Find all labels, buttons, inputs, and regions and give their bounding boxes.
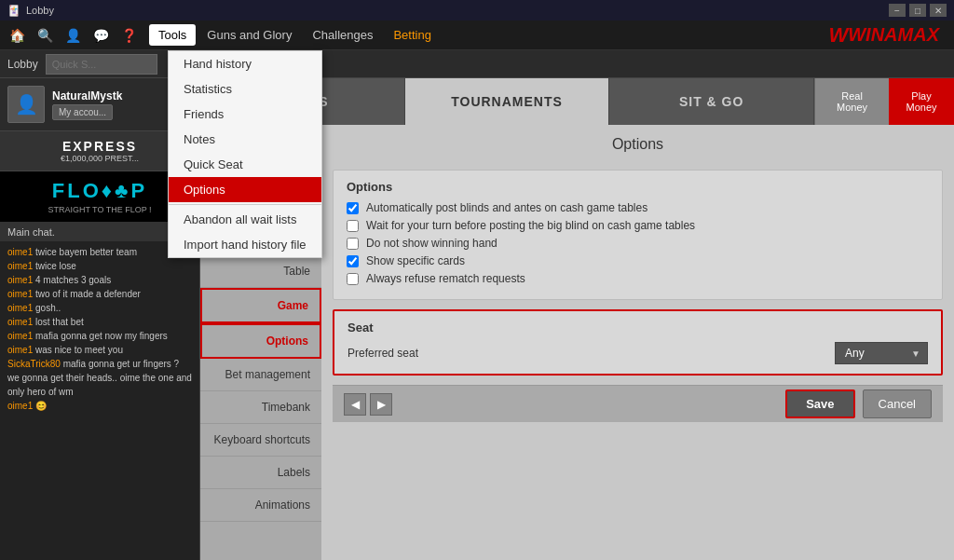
dropdown-item-hand-history[interactable]: Hand history [169,51,321,76]
checkbox-show-specific-cards[interactable] [347,255,359,267]
list-item: oime1 😊 [7,399,192,413]
seat-row: Preferred seat Any 1 2 3 4 5 6 7 [348,342,928,364]
flop-subtitle: STRAIGHT TO THE FLOP ! [7,205,192,214]
tab-sitgo[interactable]: SIT & GO [609,78,814,125]
menu-guns-and-glory[interactable]: Guns and Glory [198,24,301,46]
chat-icon-button[interactable]: 💬 [88,22,114,48]
prev-arrow-button[interactable]: ◀ [344,393,366,416]
flop-title: FLO♦♣P [7,179,192,203]
list-item: oime1 two of it made a defender [7,287,192,301]
avatar: 👤 [7,86,45,123]
checkbox-row: Always refuse rematch requests [347,272,929,285]
minimize-button[interactable]: − [889,4,906,17]
quick-search-input[interactable] [46,54,157,75]
checkbox-refuse-rematch[interactable] [347,273,359,285]
seat-section-title: Seat [348,321,928,335]
dropdown-item-statistics[interactable]: Statistics [169,76,321,102]
close-button[interactable]: ✕ [930,4,947,17]
winamax-logo: WWINAMAX [817,23,950,48]
nav-arrows: ◀ ▶ [344,393,392,416]
sidebar-item-table[interactable]: Table [200,255,321,288]
bottom-actions: Save Cancel [785,389,932,418]
seat-section: Seat Preferred seat Any 1 2 3 4 5 6 [333,309,943,376]
chat-header-label: Main chat. [7,226,55,238]
list-item: oime1 lost that bet [7,315,192,329]
checkbox-no-winning-hand[interactable] [347,238,359,250]
sidebar-item-game[interactable]: Game [200,288,321,323]
options-main-panel: Options Options Automatically post blind… [321,125,954,560]
options-panel-title: Options [333,136,943,153]
checkbox-auto-post-blinds[interactable] [347,202,359,214]
menu-icons: 🏠 🔍 👤 💬 ❓ [4,22,142,48]
list-item: oime1 4 matches 3 goals [7,273,192,287]
options-section-title: Options [347,180,929,194]
preferred-seat-select[interactable]: Any 1 2 3 4 5 6 7 8 9 [835,342,928,364]
lobby-label: Lobby [7,58,38,71]
menu-nav: Tools Guns and Glory Challenges Betting [149,24,441,46]
chat-panel: Main chat. ▼ oime1 twice bayem better te… [0,223,199,560]
cancel-button[interactable]: Cancel [863,389,932,418]
checkbox-wait-turn-label: Wait for your turn before posting the bi… [366,219,695,232]
sidebar-item-keyboard-shortcuts[interactable]: Keyboard shortcuts [200,424,321,457]
dropdown-divider [169,204,321,205]
next-arrow-button[interactable]: ▶ [370,393,392,416]
list-item: oime1 gosh.. [7,301,192,315]
dropdown-item-quick-seat[interactable]: Quick Seat [169,152,321,177]
sidebar-item-options[interactable]: Options [200,323,321,359]
main-layout: 👤 NaturalMystk My accou... EXPRESS €1,00… [0,78,954,560]
save-button[interactable]: Save [785,389,854,418]
menu-tools[interactable]: Tools [149,24,196,46]
help-icon-button[interactable]: ❓ [116,22,142,48]
list-item: oime1 twice lose [7,259,192,273]
dropdown-item-options[interactable]: Options [169,177,321,202]
dropdown-item-abandon[interactable]: Abandon all wait lists [169,207,321,232]
my-account-button[interactable]: My accou... [52,104,113,120]
tools-dropdown-menu: Hand history Statistics Friends Notes Qu… [168,50,322,258]
seat-select-wrapper: Any 1 2 3 4 5 6 7 8 9 [835,342,928,364]
lobby-bar: Lobby [0,50,954,78]
checkbox-row: Wait for your turn before posting the bi… [347,219,929,232]
checkbox-row: Do not show winning hand [347,237,929,250]
home-icon-button[interactable]: 🏠 [4,22,30,48]
checkbox-auto-post-blinds-label: Automatically post blinds and antes on c… [366,201,647,214]
list-item: SickaTrick80 mafia gonna get ur fingers … [7,357,192,399]
checkbox-row: Automatically post blinds and antes on c… [347,201,929,214]
checkbox-show-specific-cards-label: Show specific cards [366,254,465,267]
maximize-button[interactable]: □ [909,4,926,17]
menu-bar: 🏠 🔍 👤 💬 ❓ Tools Guns and Glory Challenge… [0,20,954,50]
express-title: EXPRESS [7,139,192,154]
sidebar-item-animations[interactable]: Animations [200,489,321,522]
bottom-bar: ◀ ▶ Save Cancel [333,385,943,422]
preferred-seat-label: Preferred seat [348,347,418,360]
chat-messages[interactable]: oime1 twice bayem better team oime1 twic… [0,241,199,560]
real-money-button[interactable]: Real Money [814,78,889,125]
sidebar-item-bet-management[interactable]: Bet management [200,359,321,391]
options-section-options: Options Automatically post blinds and an… [333,170,943,300]
checkbox-no-winning-hand-label: Do not show winning hand [366,237,497,250]
user-icon-button[interactable]: 👤 [60,22,86,48]
app-icon: 🃏 [7,5,20,17]
express-subtitle: €1,000,000 PREST... [7,154,192,163]
checkbox-refuse-rematch-label: Always refuse rematch requests [366,272,525,285]
checkbox-wait-turn[interactable] [347,220,359,232]
list-item: oime1 mafia gonna get now my fingers [7,329,192,343]
sidebar-item-labels[interactable]: Labels [200,457,321,489]
list-item: oime1 twice bayem better team [7,245,192,259]
dropdown-item-friends[interactable]: Friends [169,102,321,127]
search-icon-button[interactable]: 🔍 [32,22,58,48]
menu-challenges[interactable]: Challenges [303,24,382,46]
play-money-button[interactable]: Play Money [889,78,954,125]
sidebar-item-timebank[interactable]: Timebank [200,391,321,424]
list-item: oime1 was nice to meet you [7,343,192,357]
tab-tournaments[interactable]: TOURNAMENTS [405,78,610,125]
dropdown-item-import[interactable]: Import hand history file [169,232,321,257]
title-bar: 🃏 Lobby − □ ✕ [0,0,954,20]
checkbox-row: Show specific cards [347,254,929,267]
dropdown-item-notes[interactable]: Notes [169,127,321,152]
title-bar-label: Lobby [26,5,54,16]
menu-betting[interactable]: Betting [384,24,440,46]
